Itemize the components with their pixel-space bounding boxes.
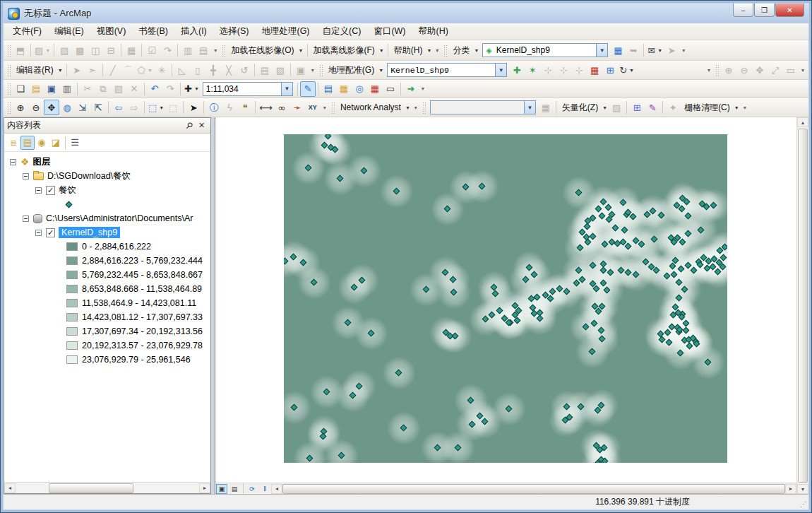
go-to-xy-icon[interactable]: XY bbox=[305, 100, 321, 115]
georef-zoom-in-icon[interactable]: ⊕ bbox=[721, 62, 736, 78]
generate-features-icon[interactable]: ⊞ bbox=[629, 100, 645, 115]
legend-swatch[interactable] bbox=[66, 341, 78, 350]
rotate-raster-icon[interactable]: ↻▼ bbox=[618, 62, 635, 78]
menu-item-7[interactable]: 自定义(C) bbox=[316, 23, 368, 40]
legend-swatch[interactable] bbox=[66, 327, 78, 336]
catalog-window-icon[interactable]: ▦ bbox=[336, 81, 352, 97]
search-window-icon[interactable]: ◎ bbox=[352, 81, 367, 97]
toolbar-overflow-icon[interactable]: ▾ bbox=[211, 42, 220, 58]
scroll-left-icon[interactable]: ◂ bbox=[4, 483, 16, 493]
toolbar-grip[interactable] bbox=[7, 64, 11, 76]
trim-icon[interactable]: ╳ bbox=[221, 62, 237, 78]
modify-edge-icon[interactable]: ◫ bbox=[88, 42, 103, 58]
toolbar-overflow-icon[interactable]: ▾ bbox=[412, 100, 420, 115]
symbology-table-icon[interactable]: ▦ bbox=[610, 42, 626, 58]
legend-swatch[interactable] bbox=[66, 285, 78, 293]
toolbar-grip[interactable] bbox=[7, 83, 11, 95]
topology-scene-icon[interactable]: ⬒ bbox=[13, 42, 28, 58]
resize-grip[interactable]: ⋰ bbox=[800, 500, 806, 508]
collapse-icon[interactable] bbox=[23, 173, 29, 179]
list-by-source-icon[interactable]: ▤ bbox=[20, 136, 35, 150]
table-of-contents-window-icon[interactable]: ▤ bbox=[321, 81, 336, 97]
adjust-grid-icon[interactable]: ⊞ bbox=[602, 62, 618, 78]
legend-swatch[interactable] bbox=[66, 299, 78, 307]
close-button[interactable]: ✕ bbox=[775, 4, 804, 17]
legend-swatch[interactable] bbox=[66, 313, 78, 322]
tree-item-layer2[interactable]: ✓ KernelD_shp9 bbox=[4, 225, 210, 240]
select-topology-icon[interactable]: ▧ bbox=[56, 42, 72, 58]
collapse-icon[interactable] bbox=[35, 230, 42, 236]
select-symbol-icon[interactable]: ➤ bbox=[664, 42, 679, 58]
toolbar-overflow-icon[interactable]: ▾ bbox=[741, 100, 749, 115]
save-icon[interactable]: ▣ bbox=[44, 81, 59, 97]
map-vertical-scrollbar[interactable]: ▴ ▾ bbox=[796, 117, 808, 494]
fixed-zoom-in-icon[interactable]: ⇲ bbox=[75, 100, 90, 115]
toolbar-grip[interactable] bbox=[331, 102, 335, 114]
envelope-icon[interactable]: ✉▼ bbox=[646, 42, 664, 58]
vectorization-menu-button[interactable]: 矢量化(Z)▼ bbox=[559, 100, 609, 115]
shared-features-icon[interactable]: ▦ bbox=[124, 42, 139, 58]
list-by-selection-icon[interactable]: ◪ bbox=[49, 136, 63, 150]
combo-dropdown-icon[interactable]: ▼ bbox=[495, 64, 506, 76]
forward-extent-icon[interactable]: ⇨ bbox=[126, 100, 142, 115]
zoom-to-link-icon[interactable]: ⊹ bbox=[556, 62, 571, 78]
select-link-icon[interactable]: ⊹ bbox=[540, 62, 556, 78]
menu-item-3[interactable]: 书签(B) bbox=[132, 23, 174, 40]
collapse-icon[interactable] bbox=[35, 187, 42, 194]
list-by-visibility-icon[interactable]: ◉ bbox=[35, 136, 49, 150]
cut-polygon-icon[interactable]: ◺ bbox=[174, 62, 190, 78]
arctoolbox-icon[interactable]: ▦ bbox=[367, 81, 383, 97]
georef-full-extent-icon[interactable]: ⤢ bbox=[768, 62, 783, 78]
collapse-icon[interactable] bbox=[23, 216, 29, 222]
combo-dropdown-icon[interactable]: ▼ bbox=[596, 44, 607, 57]
zoom-out-icon[interactable]: ⊖ bbox=[28, 100, 44, 115]
reshape-edge-icon[interactable]: ⊟ bbox=[103, 42, 119, 58]
map-scroll-left-icon[interactable]: ◂ bbox=[271, 484, 282, 494]
toolbar-overflow-icon[interactable]: ▾ bbox=[433, 42, 441, 58]
menu-item-9[interactable]: 帮助(H) bbox=[412, 23, 455, 40]
load-offline-imagery-button[interactable]: 加载离线影像(F)▼ bbox=[310, 42, 386, 58]
toolbar-overflow-icon[interactable]: ▾ bbox=[309, 62, 317, 78]
toolbar-overflow-icon[interactable]: ▾ bbox=[321, 100, 329, 115]
toolbar-grip[interactable] bbox=[319, 64, 323, 76]
tree-item-layer1[interactable]: ✓ 餐饮 bbox=[4, 183, 210, 197]
list-by-drawing-order-icon[interactable]: ⧈ bbox=[6, 136, 20, 150]
full-extent-icon[interactable]: ◍ bbox=[59, 100, 75, 115]
restore-button[interactable]: ❐ bbox=[754, 4, 775, 17]
menu-item-4[interactable]: 插入(I) bbox=[174, 23, 213, 40]
hyperlink-icon[interactable]: ϟ bbox=[222, 100, 237, 115]
toolbar-grip[interactable] bbox=[7, 45, 11, 57]
pause-drawing-button[interactable]: ‖ bbox=[259, 484, 270, 494]
new-map-icon[interactable]: ❏ bbox=[13, 81, 28, 97]
delete-link-icon[interactable]: ⊹ bbox=[571, 62, 587, 78]
html-popup-icon[interactable]: ❝ bbox=[237, 100, 253, 115]
editor-menu-button[interactable]: 编辑器(R)▼ bbox=[13, 62, 64, 78]
undo-icon[interactable]: ↶ bbox=[147, 81, 162, 97]
menu-item-6[interactable]: 地理处理(G) bbox=[255, 23, 316, 40]
open-icon[interactable]: ▤ bbox=[28, 81, 44, 97]
menu-item-1[interactable]: 编辑(E) bbox=[48, 23, 90, 40]
create-features-icon[interactable]: ▣ bbox=[293, 62, 309, 78]
edit-tool-icon[interactable]: ➤ bbox=[69, 62, 85, 78]
measure-icon[interactable]: ⟷ bbox=[258, 100, 274, 115]
legend-entry-7[interactable]: 20,192,313.57 - 23,076,929.78 bbox=[4, 338, 210, 353]
map-topology-icon[interactable]: ▨▼ bbox=[33, 42, 52, 58]
network-analyst-menu-button[interactable]: Network Analyst▼ bbox=[337, 100, 412, 115]
toolbar-grip[interactable] bbox=[7, 102, 11, 114]
fix-error-icon[interactable]: ↷ bbox=[160, 42, 175, 58]
find-route-icon[interactable]: ➛ bbox=[289, 100, 305, 115]
sketch-properties-icon[interactable]: ▧ bbox=[273, 62, 288, 78]
paste-icon[interactable]: ▧ bbox=[111, 81, 126, 97]
edit-vertices-icon[interactable]: ✳ bbox=[154, 62, 169, 78]
legend-entry-8[interactable]: 23,076,929.79 - 25,961,546 bbox=[4, 353, 210, 367]
toc-horizontal-scrollbar[interactable]: ◂ ▸ bbox=[4, 482, 210, 493]
menu-item-5[interactable]: 选择(S) bbox=[213, 23, 256, 40]
classify-button[interactable]: 分类▼ bbox=[449, 42, 480, 58]
topology-table-icon[interactable]: ▤ bbox=[196, 42, 211, 58]
select-elements-icon[interactable]: ➤ bbox=[186, 100, 201, 115]
select-features-icon[interactable]: ⬚▼ bbox=[147, 100, 165, 115]
legend-entry-4[interactable]: 11,538,464.9 - 14,423,081.11 bbox=[4, 296, 210, 310]
zoom-in-icon[interactable]: ⊕ bbox=[13, 100, 28, 115]
link-table-icon[interactable]: ▦ bbox=[587, 62, 602, 78]
toolbar-grip[interactable] bbox=[222, 45, 225, 57]
